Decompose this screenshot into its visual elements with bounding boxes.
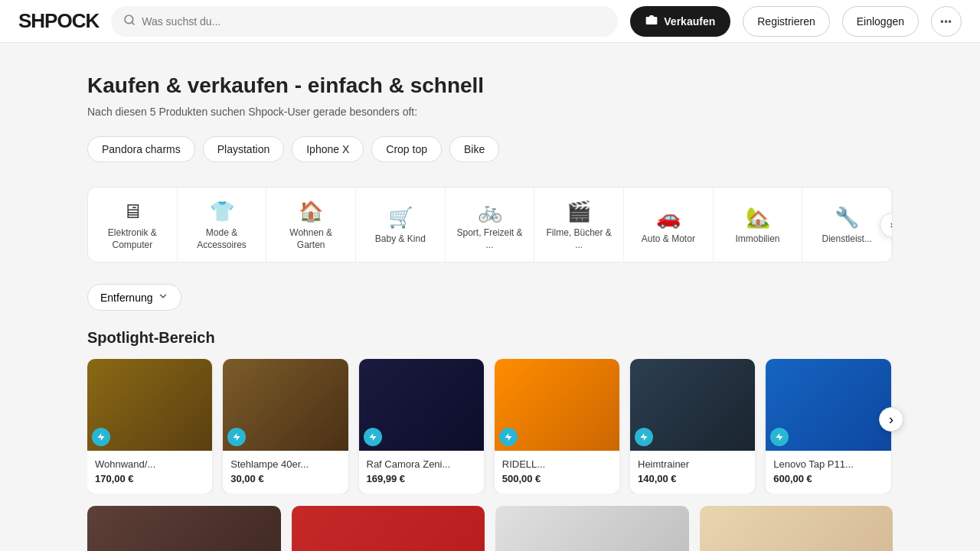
category-label: Wohnen & Garten [276, 227, 346, 251]
category-item[interactable]: 🛒 Baby & Kind [356, 187, 446, 262]
category-icon: 👕 [210, 201, 234, 221]
category-item[interactable]: 🏠 Wohnen & Garten [266, 187, 356, 262]
card-body: Raf Camora Zeni... 169,99 € [359, 451, 484, 494]
search-icon [123, 14, 136, 29]
chevron-right-icon: › [890, 219, 893, 230]
filter-row: Entfernung [87, 284, 893, 311]
logo: SHPOCK [18, 9, 99, 33]
card-body: Stehlampe 40er... 30,00 € [223, 451, 348, 494]
spotlight-cards: Wohnwand/... 170,00 € Stehlampe 40er... … [87, 359, 893, 494]
category-icon: 🔧 [835, 207, 859, 227]
card-image [87, 359, 212, 451]
boost-badge [770, 428, 789, 446]
tag-item[interactable]: Playstation [203, 136, 284, 162]
bottom-card-image [495, 506, 689, 551]
category-label: Sport, Freizeit & ... [455, 227, 525, 251]
spotlight-next-button[interactable]: › [879, 407, 903, 432]
card-name: Wohnwand/... [95, 458, 204, 470]
bottom-preview-card[interactable] [292, 506, 485, 551]
category-icon: 🎬 [567, 201, 591, 221]
card-image [359, 359, 484, 451]
card-image [630, 359, 755, 451]
category-icon: 🚲 [478, 201, 502, 221]
category-label: Auto & Motor [642, 233, 695, 246]
chevron-right-icon: › [889, 412, 893, 428]
card-body: RIDELL... 500,00 € [495, 451, 619, 494]
spotlight-card[interactable]: Stehlampe 40er... 30,00 € [223, 359, 348, 494]
category-icon: 🛒 [388, 207, 413, 227]
category-item[interactable]: 🎬 Filme, Bücher & ... [534, 187, 624, 262]
header: SHPOCK Verkaufen Registrieren Einloggen … [0, 0, 980, 43]
card-name: RIDELL... [502, 458, 612, 470]
tag-item[interactable]: Bike [449, 136, 499, 162]
card-body: Wohnwand/... 170,00 € [87, 451, 212, 494]
card-image [766, 359, 890, 451]
svg-point-2 [650, 18, 654, 22]
main-content: Kaufen & verkaufen - einfach & schnell N… [69, 43, 911, 551]
bottom-preview-card[interactable] [495, 506, 689, 551]
category-label: Elektronik & Computer [97, 227, 168, 251]
bottom-preview-card[interactable] [87, 506, 281, 551]
category-label: Baby & Kind [375, 233, 426, 246]
category-icon: 🚗 [656, 207, 681, 227]
boost-badge [364, 428, 382, 446]
bottom-card-image [292, 506, 485, 551]
more-button[interactable]: ••• [931, 6, 962, 37]
category-item[interactable]: 🔧 Dienstleist... [802, 187, 892, 262]
category-label: Filme, Bücher & ... [544, 227, 614, 251]
tag-item[interactable]: Pandora charms [87, 136, 195, 162]
spotlight-card[interactable]: Raf Camora Zeni... 169,99 € [359, 359, 484, 494]
category-label: Mode & Accessoires [187, 227, 257, 251]
spotlight-card[interactable]: RIDELL... 500,00 € [495, 359, 619, 494]
card-price: 140,00 € [638, 473, 747, 484]
sell-button[interactable]: Verkaufen [630, 6, 730, 37]
bottom-preview-card[interactable] [700, 506, 893, 551]
trending-tags: Pandora charmsPlaystationIphone XCrop to… [87, 136, 893, 162]
category-item[interactable]: 🚲 Sport, Freizeit & ... [446, 187, 535, 262]
search-input[interactable] [142, 15, 606, 28]
hero-title: Kaufen & verkaufen - einfach & schnell [87, 73, 893, 98]
card-price: 600,00 € [773, 473, 883, 484]
category-icon: 🏠 [299, 201, 323, 221]
chevron-down-icon [158, 291, 168, 304]
spotlight-section: Wohnwand/... 170,00 € Stehlampe 40er... … [87, 359, 893, 494]
category-label: Dienstleist... [822, 233, 872, 246]
more-icon: ••• [940, 16, 952, 27]
card-image [495, 359, 619, 451]
tag-item[interactable]: Iphone X [292, 136, 364, 162]
card-price: 30,00 € [230, 473, 340, 484]
spotlight-card[interactable]: Lenovo Tap P11... 600,00 € [766, 359, 890, 494]
card-image [223, 359, 348, 451]
spotlight-card[interactable]: Wohnwand/... 170,00 € [87, 359, 212, 494]
category-item[interactable]: 🏡 Immobilien [714, 187, 803, 262]
distance-filter-button[interactable]: Entfernung [87, 284, 181, 311]
card-body: Heimtrainer 140,00 € [630, 451, 755, 494]
card-price: 170,00 € [95, 473, 204, 484]
card-price: 169,99 € [367, 473, 476, 484]
category-item[interactable]: 👕 Mode & Accessoires [178, 187, 267, 262]
svg-line-1 [132, 22, 134, 24]
category-icon: 🏡 [746, 207, 770, 227]
category-label: Immobilien [736, 233, 780, 246]
card-body: Lenovo Tap P11... 600,00 € [766, 451, 890, 494]
card-name: Stehlampe 40er... [230, 458, 340, 470]
tag-item[interactable]: Crop top [371, 136, 442, 162]
category-item[interactable]: 🖥 Elektronik & Computer [88, 187, 178, 262]
card-name: Raf Camora Zeni... [367, 458, 476, 470]
category-item[interactable]: 🚗 Auto & Motor [624, 187, 714, 262]
category-icon: 🖥 [122, 201, 142, 221]
card-name: Lenovo Tap P11... [773, 458, 883, 470]
spotlight-title: Spotlight-Bereich [87, 329, 893, 347]
boost-badge [499, 428, 518, 446]
register-button[interactable]: Registrieren [743, 6, 829, 37]
search-bar [111, 6, 618, 37]
card-price: 500,00 € [502, 473, 612, 484]
boost-badge [227, 428, 246, 446]
card-name: Heimtrainer [638, 458, 747, 470]
bottom-card-image [87, 506, 281, 551]
login-button[interactable]: Einloggen [842, 6, 919, 37]
bottom-card-image [700, 506, 893, 551]
spotlight-card[interactable]: Heimtrainer 140,00 € [630, 359, 755, 494]
camera-icon [645, 14, 658, 28]
hero-subtitle: Nach diesen 5 Produkten suchen Shpock-Us… [87, 106, 893, 118]
